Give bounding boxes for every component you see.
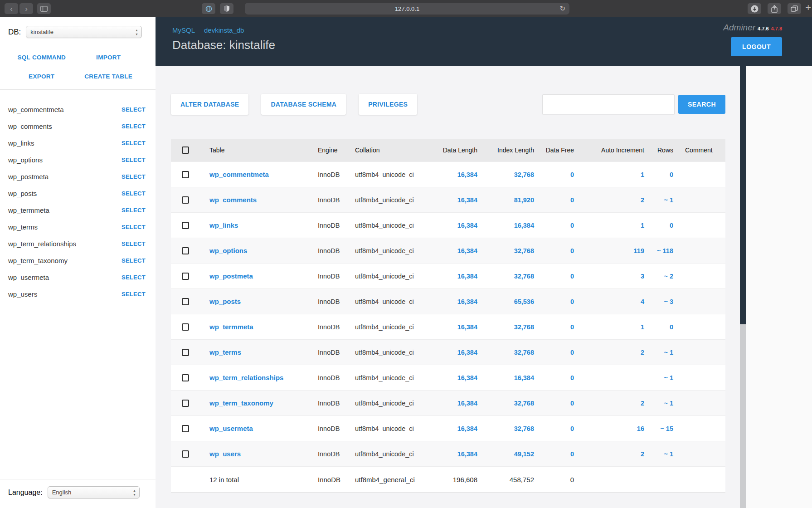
table-name-link[interactable]: wp_term_taxonomy: [209, 399, 273, 407]
refresh-icon[interactable]: ↻: [559, 5, 565, 13]
tabs-overview-icon[interactable]: [788, 3, 801, 14]
table-name-link[interactable]: wp_comments: [209, 196, 257, 204]
extension-circle-icon[interactable]: [202, 3, 215, 14]
sidebar-select-link[interactable]: SELECT: [122, 257, 146, 264]
table-name-link[interactable]: wp_links: [209, 221, 238, 229]
content-scrollbar[interactable]: [740, 66, 746, 508]
sidebar-select-link[interactable]: SELECT: [122, 190, 146, 197]
row-checkbox[interactable]: [182, 400, 189, 407]
sidebar-table-item: wp_usersSELECT: [8, 286, 146, 303]
row-checkbox[interactable]: [182, 222, 189, 229]
back-icon[interactable]: ‹: [5, 3, 18, 14]
auto-increment-cell: 3: [579, 273, 649, 280]
sidebar-table-link[interactable]: wp_comments: [8, 122, 52, 130]
sidebar-table-link[interactable]: wp_usermeta: [8, 274, 49, 281]
sidebar-select-link[interactable]: SELECT: [122, 224, 146, 230]
extension-shield-icon[interactable]: [220, 3, 233, 14]
table-name-link[interactable]: wp_postmeta: [209, 272, 253, 280]
main-area: MySQL devkinsta_db Database: kinstalife …: [156, 17, 812, 508]
table-name-link[interactable]: wp_term_relationships: [209, 374, 283, 381]
row-checkbox[interactable]: [182, 374, 189, 381]
search-input[interactable]: [542, 94, 675, 114]
import-link[interactable]: IMPORT: [96, 54, 121, 61]
language-select[interactable]: English ▲▼: [48, 486, 140, 498]
rows-cell: ~ 15: [649, 425, 678, 432]
collation-cell: utf8mb4_unicode_ci: [350, 222, 428, 229]
row-checkbox[interactable]: [182, 298, 189, 305]
engine-cell: InnoDB: [312, 349, 350, 356]
sidebar-select-link[interactable]: SELECT: [122, 106, 146, 113]
table-row: wp_commentsInnoDButf8mb4_unicode_ci16,38…: [171, 187, 725, 212]
row-checkbox[interactable]: [182, 247, 189, 254]
sidebar-table-item: wp_optionsSELECT: [8, 151, 146, 168]
breadcrumb-db-link[interactable]: devkinsta_db: [204, 26, 244, 34]
sql-command-link[interactable]: SQL COMMAND: [17, 54, 66, 61]
sidebar-table-link[interactable]: wp_postmeta: [8, 173, 49, 181]
sidebar-table-item: wp_commentsSELECT: [8, 118, 146, 135]
table-name-link[interactable]: wp_users: [209, 450, 241, 458]
page-header: MySQL devkinsta_db Database: kinstalife …: [156, 17, 812, 66]
sidebar-table-link[interactable]: wp_commentmeta: [8, 106, 64, 113]
row-checkbox[interactable]: [182, 171, 189, 178]
sidebar-select-link[interactable]: SELECT: [122, 291, 146, 298]
breadcrumb: MySQL devkinsta_db: [172, 26, 812, 34]
adminer-version: 4.7.6: [758, 26, 768, 31]
url-bar[interactable]: 127.0.0.1 ↻: [245, 3, 569, 15]
row-checkbox[interactable]: [182, 349, 189, 356]
db-select[interactable]: kinstalife ▲▼: [26, 26, 142, 38]
table-header-row: TableEngineCollationData LengthIndex Len…: [171, 139, 725, 161]
sidebar-table-link[interactable]: wp_users: [8, 290, 37, 298]
engine-cell: InnoDB: [312, 298, 350, 305]
breadcrumb-server-link[interactable]: MySQL: [172, 26, 195, 34]
table-row: wp_termsInnoDButf8mb4_unicode_ci16,38432…: [171, 339, 725, 365]
table-name-link[interactable]: wp_termmeta: [209, 323, 253, 331]
table-name-cell: wp_postmeta: [199, 272, 312, 280]
sidebar-toggle-icon[interactable]: [37, 3, 51, 14]
data-free-cell: 0: [539, 400, 579, 407]
sidebar-table-link[interactable]: wp_term_taxonomy: [8, 257, 68, 264]
alter-database-button[interactable]: ALTER DATABASE: [171, 94, 248, 115]
export-link[interactable]: EXPORT: [29, 73, 54, 80]
row-checkbox[interactable]: [182, 323, 189, 331]
downloads-icon[interactable]: [748, 3, 761, 14]
database-schema-button[interactable]: DATABASE SCHEMA: [261, 94, 346, 115]
create-table-link[interactable]: CREATE TABLE: [84, 73, 132, 80]
data-free-cell: 0: [539, 222, 579, 229]
share-icon[interactable]: [768, 3, 781, 14]
adminer-new-version-link[interactable]: 4.7.8: [771, 26, 782, 31]
row-checkbox[interactable]: [182, 425, 189, 432]
table-name-link[interactable]: wp_posts: [209, 298, 241, 305]
new-tab-icon[interactable]: +: [805, 2, 811, 14]
sidebar-select-link[interactable]: SELECT: [122, 207, 146, 214]
privileges-button[interactable]: PRIVILEGES: [359, 94, 417, 115]
rows-cell: ~ 3: [649, 298, 678, 305]
row-checkbox[interactable]: [182, 196, 189, 204]
checkbox-cell: [171, 247, 199, 254]
sidebar-table-link[interactable]: wp_termmeta: [8, 206, 49, 214]
forward-icon[interactable]: ›: [19, 3, 33, 14]
sidebar-select-link[interactable]: SELECT: [122, 240, 146, 247]
sidebar-select-link[interactable]: SELECT: [122, 274, 146, 281]
table-name-link[interactable]: wp_terms: [209, 348, 241, 356]
data-length-cell: 16,384: [428, 247, 482, 254]
sidebar-select-link[interactable]: SELECT: [122, 123, 146, 130]
sidebar-select-link[interactable]: SELECT: [122, 173, 146, 180]
search-button[interactable]: SEARCH: [678, 95, 725, 114]
table-name-link[interactable]: wp_usermeta: [209, 425, 253, 432]
scrollbar-thumb[interactable]: [740, 66, 746, 324]
sidebar-table-link[interactable]: wp_posts: [8, 190, 37, 197]
logout-button[interactable]: LOGOUT: [731, 37, 782, 56]
sidebar-table-link[interactable]: wp_term_relationships: [8, 240, 76, 248]
table-name-link[interactable]: wp_commentmeta: [209, 171, 269, 178]
sidebar-table-item: wp_term_relationshipsSELECT: [8, 235, 146, 252]
sidebar-select-link[interactable]: SELECT: [122, 156, 146, 163]
row-checkbox[interactable]: [182, 450, 189, 458]
sidebar-table-link[interactable]: wp_links: [8, 139, 34, 147]
select-all-checkbox[interactable]: [182, 147, 189, 154]
sidebar-table-link[interactable]: wp_terms: [8, 223, 38, 231]
sidebar-select-link[interactable]: SELECT: [122, 140, 146, 147]
row-checkbox[interactable]: [182, 273, 189, 280]
sidebar-table-link[interactable]: wp_options: [8, 156, 43, 164]
index-length-cell: 32,768: [482, 400, 539, 407]
table-name-link[interactable]: wp_options: [209, 247, 247, 254]
